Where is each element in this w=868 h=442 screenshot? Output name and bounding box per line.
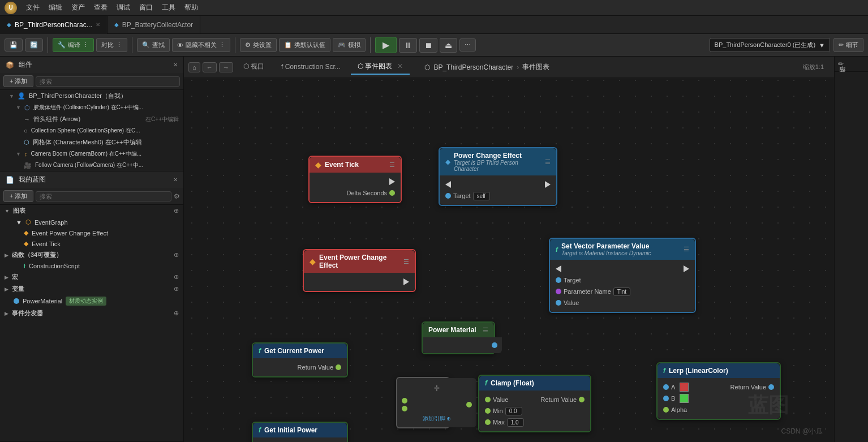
clamp-value-in[interactable]: Value [485, 396, 508, 403]
dispatchers-add-icon[interactable]: ⊕ [174, 310, 179, 317]
lerp-return-out[interactable]: Return Value [731, 384, 774, 390]
components-close[interactable]: ✕ [173, 62, 178, 68]
event-power-change-item[interactable]: ◆ Event Power Change Effect [0, 228, 183, 238]
event-power-exec-out[interactable] [403, 278, 409, 285]
lerp-b-circle[interactable] [663, 396, 669, 401]
event-graph-close[interactable]: ✕ [397, 62, 403, 70]
divide-out[interactable] [466, 402, 472, 407]
canvas-tab-eventgraph[interactable]: ⬡ 事件图表 ✕ [351, 59, 410, 75]
tree-followcam[interactable]: 🎥 Follow Camera (FollowCamera) 在C++中... [0, 160, 183, 171]
sv-param-circle[interactable] [556, 289, 561, 294]
clamp-max-circle[interactable] [485, 419, 491, 425]
menu-view[interactable]: 查看 [94, 3, 108, 12]
detail-label[interactable]: 细节 [835, 72, 868, 83]
tree-sphere[interactable]: ○ Collection Sphere (CollectionSphere) 在… [0, 125, 183, 136]
menu-asset[interactable]: 资产 [71, 3, 85, 12]
menu-window[interactable]: 窗口 [139, 3, 153, 12]
hide-more[interactable]: ⋮ [219, 41, 225, 49]
add-bp-button[interactable]: + 添加 [3, 190, 33, 202]
tree-cameraboom[interactable]: ▼ ↕ Camera Boom (CameraBoom) 在C++中编... [0, 148, 183, 160]
set-vector-exec-in[interactable] [556, 265, 561, 272]
blueprint-canvas[interactable]: ⌂ ← → ⬡ 视口 f Construction Scr... ⬡ 事件图表 … [184, 57, 834, 442]
clamp-return-circle[interactable] [579, 397, 585, 402]
div-out-circle[interactable] [466, 402, 472, 407]
macros-add-icon[interactable]: ⊕ [174, 273, 179, 281]
compare-more[interactable]: ⋮ [116, 41, 122, 49]
menu-help[interactable]: 帮助 [184, 3, 198, 12]
components-header[interactable]: 📦 组件 ✕ [0, 57, 183, 73]
node-get-initial-power[interactable]: f Get Initial Power Return Value [252, 422, 348, 442]
divide-in1[interactable] [402, 398, 407, 404]
add-component-button[interactable]: + 添加 [3, 75, 33, 87]
tree-arrow[interactable]: → 箭头组件 (Arrow) 在C++中编辑 [0, 113, 183, 125]
set-vector-menu[interactable]: ☰ [684, 246, 689, 253]
canvas-tab-viewport[interactable]: ⬡ 视口 [237, 59, 271, 75]
node-get-current-power[interactable]: f Get Current Power Return Value [252, 342, 348, 377]
power-change-exec-in[interactable] [445, 181, 451, 188]
canvas-tab-construction[interactable]: f Construction Scr... [274, 61, 347, 74]
stop-button[interactable]: ⏹ [419, 38, 437, 53]
class-settings-button[interactable]: ⚙ 类设置 [240, 38, 277, 52]
mybp-close[interactable]: ✕ [173, 177, 178, 183]
node-set-vector-param[interactable]: f Set Vector Parameter Value Target is M… [549, 238, 696, 313]
event-tick-exec-out[interactable] [389, 178, 395, 185]
target-circle[interactable] [445, 193, 451, 199]
tab-bp1[interactable]: ◆ BP_ThirdPersonCharac... ✕ [0, 16, 108, 34]
hide-unrelated-button[interactable]: 👁 隐藏不相关 ⋮ [172, 38, 230, 52]
graph-section-row[interactable]: ▼ 图表 ⊕ [0, 205, 183, 217]
node-event-tick[interactable]: ◆ Event Tick ☰ Delta Seconds [308, 156, 402, 203]
lerp-a-color-swatch[interactable] [680, 383, 689, 392]
clamp-min-circle[interactable] [485, 408, 491, 414]
set-vector-exec-out[interactable] [684, 265, 689, 272]
lerp-b-color-swatch[interactable] [680, 394, 689, 403]
sv-target-left[interactable]: Target [556, 277, 581, 284]
target-pin-left[interactable]: Target self [445, 192, 490, 200]
tree-capsule[interactable]: ▼ ⬡ 胶囊体组件 (CollisionCylinder) 在C++中编... [0, 102, 183, 113]
simulate-button[interactable]: 🎮 模拟 [333, 38, 366, 52]
graph-add-icon[interactable]: ⊕ [174, 207, 179, 214]
gcp-return-circle[interactable] [336, 364, 341, 370]
menu-debug[interactable]: 调试 [117, 3, 130, 12]
bp-instance-dropdown[interactable]: BP_ThirdPersonCharacter0 (已生成) ▼ [710, 38, 830, 52]
more-play-button[interactable]: ⋯ [459, 38, 476, 52]
node-lerp-linear-color[interactable]: f Lerp (LinearColor) A Return Value [656, 362, 781, 420]
tree-mesh[interactable]: ⬡ 网格体 (CharacterMesh0) 在C++中编辑 [0, 136, 183, 148]
tab-bp1-close[interactable]: ✕ [96, 22, 100, 28]
event-power-menu[interactable]: ☰ [403, 258, 409, 265]
div-in2-circle[interactable] [402, 406, 407, 411]
eject-button[interactable]: ⏏ [440, 38, 457, 53]
nav-forward-button[interactable]: → [219, 62, 233, 72]
lerp-a-circle[interactable] [663, 384, 669, 390]
sv-value-left[interactable]: Value [556, 299, 579, 306]
node-event-power-change[interactable]: ◆ Event Power Change Effect ☰ [303, 249, 416, 292]
lerp-alpha-circle[interactable] [663, 407, 669, 413]
sv-value-circle[interactable] [556, 300, 561, 306]
lerp-alpha-in[interactable]: Alpha [663, 406, 687, 413]
node-power-material[interactable]: Power Material ☰ [422, 321, 495, 354]
lerp-a-in[interactable]: A [663, 383, 689, 392]
clamp-return-out[interactable]: Return Value [541, 396, 585, 403]
compile-button[interactable]: 🔧 编译 ⋮ [53, 38, 94, 52]
variables-section-row[interactable]: ▶ 变量 ⊕ [0, 283, 183, 295]
functions-add-icon[interactable]: ⊕ [174, 251, 179, 259]
event-graph-item[interactable]: ▼ ⬡ EventGraph [0, 217, 183, 228]
event-tick-item[interactable]: ◆ Event Tick [0, 238, 183, 249]
gcp-return-out[interactable]: Return Value [298, 364, 341, 371]
pause-button[interactable]: ⏸ [399, 38, 417, 53]
components-search[interactable] [36, 76, 180, 87]
pm-menu[interactable]: ☰ [483, 327, 488, 334]
bp-search[interactable] [36, 191, 171, 201]
node-divide[interactable]: ÷ 添加引脚 ⊕ [396, 377, 450, 428]
sv-param-left[interactable]: Parameter Name Tint [556, 287, 630, 296]
power-material-var[interactable]: PowerMaterial 材质动态实例 [0, 295, 183, 307]
lerp-return-circle[interactable] [768, 384, 774, 390]
clamp-max-in[interactable]: Max 1.0 [485, 418, 524, 427]
find-button[interactable]: 🔍 查找 [137, 38, 170, 52]
menu-tools[interactable]: 工具 [162, 3, 175, 12]
node-power-change-effect[interactable]: ◆ Power Change Effect Target is BP Third… [439, 147, 557, 206]
mybp-header[interactable]: 📄 我的蓝图 ✕ [0, 171, 183, 188]
compare-button[interactable]: 对比 ⋮ [96, 38, 127, 52]
dispatchers-section-row[interactable]: ▶ 事件分发器 ⊕ [0, 307, 183, 319]
detail-toggle[interactable]: ✏ 细节 [833, 38, 863, 52]
construction-script-item[interactable]: f ConstructionScript [0, 261, 183, 271]
